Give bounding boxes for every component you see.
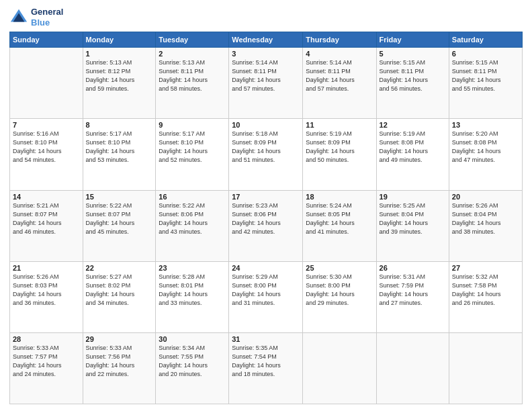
day-number: 14: [13, 193, 80, 201]
day-number: 25: [306, 264, 373, 272]
day-info: Sunrise: 5:17 AM Sunset: 8:10 PM Dayligh…: [159, 130, 226, 165]
day-info: Sunrise: 5:16 AM Sunset: 8:10 PM Dayligh…: [13, 130, 80, 165]
day-number: 5: [380, 50, 446, 58]
calendar-header-row: SundayMondayTuesdayWednesdayThursdayFrid…: [10, 32, 523, 48]
calendar-cell: 2Sunrise: 5:13 AM Sunset: 8:11 PM Daylig…: [156, 48, 229, 119]
day-number: 12: [380, 121, 446, 129]
day-number: 29: [86, 335, 153, 343]
day-number: 2: [159, 50, 226, 58]
calendar-cell: 29Sunrise: 5:33 AM Sunset: 7:56 PM Dayli…: [83, 332, 156, 404]
calendar-cell: 19Sunrise: 5:25 AM Sunset: 8:04 PM Dayli…: [376, 190, 449, 261]
day-info: Sunrise: 5:26 AM Sunset: 8:04 PM Dayligh…: [452, 201, 519, 236]
day-info: Sunrise: 5:26 AM Sunset: 8:03 PM Dayligh…: [13, 273, 80, 308]
day-info: Sunrise: 5:22 AM Sunset: 8:06 PM Dayligh…: [159, 201, 226, 236]
day-number: 10: [232, 121, 300, 129]
day-info: Sunrise: 5:14 AM Sunset: 8:11 PM Dayligh…: [232, 58, 300, 93]
calendar-cell: 30Sunrise: 5:34 AM Sunset: 7:55 PM Dayli…: [156, 332, 229, 404]
day-number: 22: [86, 264, 153, 272]
header-day-tuesday: Tuesday: [156, 32, 229, 48]
day-number: 17: [232, 193, 300, 201]
calendar-week-3: 21Sunrise: 5:26 AM Sunset: 8:03 PM Dayli…: [10, 261, 523, 332]
day-number: 7: [13, 121, 80, 129]
day-number: 9: [159, 121, 226, 129]
calendar-cell: 16Sunrise: 5:22 AM Sunset: 8:06 PM Dayli…: [156, 190, 229, 261]
day-info: Sunrise: 5:23 AM Sunset: 8:06 PM Dayligh…: [232, 201, 300, 236]
day-number: 13: [452, 121, 519, 129]
day-number: 30: [159, 335, 226, 343]
day-info: Sunrise: 5:17 AM Sunset: 8:10 PM Dayligh…: [86, 130, 153, 165]
calendar-cell: 8Sunrise: 5:17 AM Sunset: 8:10 PM Daylig…: [83, 119, 156, 190]
day-number: 19: [380, 193, 446, 201]
day-number: 4: [306, 50, 373, 58]
calendar-cell: 6Sunrise: 5:15 AM Sunset: 8:11 PM Daylig…: [449, 48, 522, 119]
calendar-week-1: 7Sunrise: 5:16 AM Sunset: 8:10 PM Daylig…: [10, 119, 523, 190]
calendar-cell: 18Sunrise: 5:24 AM Sunset: 8:05 PM Dayli…: [303, 190, 376, 261]
day-info: Sunrise: 5:15 AM Sunset: 8:11 PM Dayligh…: [380, 58, 446, 93]
calendar-cell: 1Sunrise: 5:13 AM Sunset: 8:12 PM Daylig…: [83, 48, 156, 119]
day-number: 3: [232, 50, 300, 58]
day-number: 6: [452, 50, 519, 58]
day-number: 27: [452, 264, 519, 272]
day-number: 18: [306, 193, 373, 201]
calendar-cell: 28Sunrise: 5:33 AM Sunset: 7:57 PM Dayli…: [10, 332, 83, 404]
logo-text: General Blue: [31, 7, 63, 28]
calendar-cell: 4Sunrise: 5:14 AM Sunset: 8:11 PM Daylig…: [303, 48, 376, 119]
day-number: 16: [159, 193, 226, 201]
calendar-cell: 27Sunrise: 5:32 AM Sunset: 7:58 PM Dayli…: [449, 261, 522, 332]
day-number: 8: [86, 121, 153, 129]
day-info: Sunrise: 5:31 AM Sunset: 7:59 PM Dayligh…: [380, 273, 446, 308]
day-info: Sunrise: 5:30 AM Sunset: 8:00 PM Dayligh…: [306, 273, 373, 308]
calendar-cell: [10, 48, 83, 119]
calendar-cell: 20Sunrise: 5:26 AM Sunset: 8:04 PM Dayli…: [449, 190, 522, 261]
day-info: Sunrise: 5:33 AM Sunset: 7:57 PM Dayligh…: [13, 344, 80, 379]
day-info: Sunrise: 5:25 AM Sunset: 8:04 PM Dayligh…: [380, 201, 446, 236]
day-number: 23: [159, 264, 226, 272]
page-header: General Blue: [9, 7, 523, 28]
day-info: Sunrise: 5:19 AM Sunset: 8:09 PM Dayligh…: [306, 130, 373, 165]
calendar-cell: 13Sunrise: 5:20 AM Sunset: 8:08 PM Dayli…: [449, 119, 522, 190]
day-info: Sunrise: 5:32 AM Sunset: 7:58 PM Dayligh…: [452, 273, 519, 308]
day-info: Sunrise: 5:28 AM Sunset: 8:01 PM Dayligh…: [159, 273, 226, 308]
calendar-cell: 7Sunrise: 5:16 AM Sunset: 8:10 PM Daylig…: [10, 119, 83, 190]
calendar-cell: 17Sunrise: 5:23 AM Sunset: 8:06 PM Dayli…: [229, 190, 303, 261]
day-info: Sunrise: 5:24 AM Sunset: 8:05 PM Dayligh…: [306, 201, 373, 236]
calendar-week-2: 14Sunrise: 5:21 AM Sunset: 8:07 PM Dayli…: [10, 190, 523, 261]
calendar-cell: 25Sunrise: 5:30 AM Sunset: 8:00 PM Dayli…: [303, 261, 376, 332]
day-number: 24: [232, 264, 300, 272]
header-day-thursday: Thursday: [303, 32, 376, 48]
header-day-monday: Monday: [83, 32, 156, 48]
day-info: Sunrise: 5:15 AM Sunset: 8:11 PM Dayligh…: [452, 58, 519, 93]
day-info: Sunrise: 5:20 AM Sunset: 8:08 PM Dayligh…: [452, 130, 519, 165]
logo-icon: [9, 8, 28, 27]
day-info: Sunrise: 5:19 AM Sunset: 8:08 PM Dayligh…: [380, 130, 446, 165]
header-day-wednesday: Wednesday: [229, 32, 303, 48]
day-info: Sunrise: 5:29 AM Sunset: 8:00 PM Dayligh…: [232, 273, 300, 308]
day-info: Sunrise: 5:35 AM Sunset: 7:54 PM Dayligh…: [232, 344, 300, 379]
day-info: Sunrise: 5:27 AM Sunset: 8:02 PM Dayligh…: [86, 273, 153, 308]
day-number: 1: [86, 50, 153, 58]
calendar-cell: 11Sunrise: 5:19 AM Sunset: 8:09 PM Dayli…: [303, 119, 376, 190]
calendar-cell: 23Sunrise: 5:28 AM Sunset: 8:01 PM Dayli…: [156, 261, 229, 332]
day-info: Sunrise: 5:21 AM Sunset: 8:07 PM Dayligh…: [13, 201, 80, 236]
calendar-body: 1Sunrise: 5:13 AM Sunset: 8:12 PM Daylig…: [10, 48, 523, 404]
calendar-cell: [376, 332, 449, 404]
day-info: Sunrise: 5:34 AM Sunset: 7:55 PM Dayligh…: [159, 344, 226, 379]
day-info: Sunrise: 5:13 AM Sunset: 8:12 PM Dayligh…: [86, 58, 153, 93]
calendar-cell: 24Sunrise: 5:29 AM Sunset: 8:00 PM Dayli…: [229, 261, 303, 332]
calendar-table: SundayMondayTuesdayWednesdayThursdayFrid…: [9, 32, 523, 404]
header-day-saturday: Saturday: [449, 32, 522, 48]
calendar-cell: [449, 332, 522, 404]
day-number: 28: [13, 335, 80, 343]
header-day-friday: Friday: [376, 32, 449, 48]
calendar-cell: 21Sunrise: 5:26 AM Sunset: 8:03 PM Dayli…: [10, 261, 83, 332]
header-day-sunday: Sunday: [10, 32, 83, 48]
calendar-cell: 5Sunrise: 5:15 AM Sunset: 8:11 PM Daylig…: [376, 48, 449, 119]
day-info: Sunrise: 5:18 AM Sunset: 8:09 PM Dayligh…: [232, 130, 300, 165]
calendar-cell: 15Sunrise: 5:22 AM Sunset: 8:07 PM Dayli…: [83, 190, 156, 261]
calendar-cell: 31Sunrise: 5:35 AM Sunset: 7:54 PM Dayli…: [229, 332, 303, 404]
calendar-cell: 12Sunrise: 5:19 AM Sunset: 8:08 PM Dayli…: [376, 119, 449, 190]
day-info: Sunrise: 5:13 AM Sunset: 8:11 PM Dayligh…: [159, 58, 226, 93]
day-number: 15: [86, 193, 153, 201]
calendar-cell: 26Sunrise: 5:31 AM Sunset: 7:59 PM Dayli…: [376, 261, 449, 332]
day-info: Sunrise: 5:33 AM Sunset: 7:56 PM Dayligh…: [86, 344, 153, 379]
